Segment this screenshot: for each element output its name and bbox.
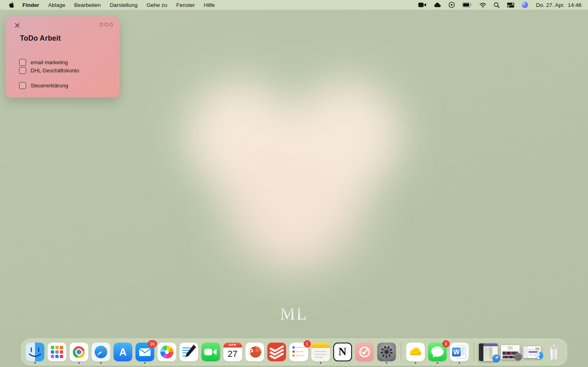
dock-divider	[401, 343, 401, 361]
wallpaper-logo: ML	[280, 304, 308, 324]
todo-widget: ToDo Arbeit email marketingDHL Geschäfts…	[6, 16, 120, 98]
dock-item-cloudapp[interactable]	[406, 339, 425, 365]
running-indicator	[34, 362, 36, 364]
menu-hilfe[interactable]: Hilfe	[199, 2, 219, 8]
menu-bar-clock[interactable]: Do. 27. Apr. 14:46	[532, 2, 583, 8]
dock-divider	[474, 343, 474, 361]
now-playing-icon[interactable]	[445, 0, 459, 10]
running-indicator	[320, 362, 321, 364]
menu-darstellung[interactable]: Darstellung	[105, 2, 142, 8]
dock-item-calendar[interactable]: APR27	[223, 339, 242, 365]
finder-window-badge-icon	[536, 352, 543, 359]
settings-icon	[377, 343, 396, 361]
dock-item-notes[interactable]	[311, 339, 330, 365]
dock-item-powerpoint[interactable]: P	[245, 339, 264, 365]
dock-item-mail[interactable]: 16	[136, 339, 154, 365]
notification-badge: 3	[442, 340, 450, 347]
appstore-icon: A	[114, 343, 132, 361]
running-indicator	[459, 362, 460, 364]
facetime-icon	[201, 343, 220, 361]
notion-icon: N	[333, 343, 352, 361]
dock-item-finder[interactable]	[26, 339, 44, 365]
photos-icon	[157, 343, 176, 361]
safari-window-badge-icon	[492, 354, 500, 362]
dock-item-notion[interactable]: N	[333, 339, 352, 365]
menu-bar-menus: AblageBearbeitenDarstellungGehe zuFenste…	[44, 2, 219, 8]
dock-item-safari[interactable]	[92, 339, 110, 365]
widget-item-list: email marketingDHL GeschäftskontoSteuere…	[19, 58, 111, 89]
apple-menu-icon[interactable]	[5, 2, 18, 8]
launchpad-icon	[48, 343, 66, 361]
dock-item-settings[interactable]	[377, 339, 396, 365]
chrome-icon	[70, 343, 88, 361]
running-indicator	[100, 362, 102, 364]
widget-title: ToDo Arbeit	[20, 34, 61, 43]
menu-gehe-zu[interactable]: Gehe zu	[142, 2, 172, 8]
dock-item-habit[interactable]	[355, 339, 374, 365]
win-finder-icon	[523, 343, 542, 361]
notification-badge: 1	[304, 340, 311, 347]
dock-item-trash[interactable]	[545, 339, 563, 365]
settings-window-badge-icon	[514, 353, 522, 360]
dock-item-messages[interactable]: 3	[428, 339, 447, 365]
menu-bearbeiten[interactable]: Bearbeiten	[70, 2, 105, 8]
running-indicator	[78, 362, 80, 364]
finder-icon	[26, 343, 44, 361]
win-settings-icon	[501, 343, 520, 361]
dock-item-reminders[interactable]: 1	[289, 339, 308, 365]
running-indicator	[144, 362, 146, 364]
dock-item-launchpad[interactable]	[48, 339, 66, 365]
todo-checkbox[interactable]	[19, 59, 26, 66]
widget-options-icon[interactable]	[100, 23, 113, 26]
word-icon: W	[450, 343, 469, 361]
battery-icon[interactable]	[459, 0, 476, 10]
control-center-icon[interactable]	[503, 0, 518, 10]
svg-text:W: W	[453, 349, 459, 356]
dock-item-todoist[interactable]	[267, 339, 286, 365]
dock-item-win-safari[interactable]	[479, 339, 498, 365]
dock-item-word[interactable]: W	[450, 339, 469, 365]
wallpaper-heart-glow	[226, 171, 364, 268]
menu-ablage[interactable]: Ablage	[44, 2, 70, 8]
running-indicator	[386, 362, 387, 364]
dock: A16APR27P1N3W	[21, 339, 567, 365]
svg-text:A: A	[119, 346, 126, 358]
siri-icon[interactable]	[518, 0, 532, 10]
wifi-icon[interactable]	[476, 0, 490, 10]
menu-bar-status: Do. 27. Apr. 14:46	[415, 0, 588, 10]
dock-item-photos[interactable]	[157, 339, 176, 365]
win-safari-icon	[479, 343, 498, 361]
calendar-icon: APR27	[223, 343, 242, 361]
powerpoint-icon: P	[245, 343, 264, 361]
menu-fenster[interactable]: Fenster	[172, 2, 199, 8]
todo-checkbox[interactable]	[19, 82, 26, 89]
habit-icon	[355, 343, 374, 361]
close-icon[interactable]	[13, 22, 21, 29]
video-camera-icon[interactable]	[415, 0, 430, 10]
menu-app-name[interactable]: Finder	[18, 2, 44, 8]
menu-bar-left: Finder AblageBearbeitenDarstellungGehe z…	[0, 2, 219, 8]
dock-item-appstore[interactable]: A	[114, 339, 132, 365]
pen-icon	[179, 343, 198, 361]
running-indicator	[415, 362, 416, 364]
trash-icon	[545, 343, 563, 361]
running-indicator	[437, 362, 438, 364]
menu-bar: Finder AblageBearbeitenDarstellungGehe z…	[0, 0, 588, 10]
todo-label: Steuererklärung	[31, 83, 68, 89]
todo-item: email marketing	[19, 58, 111, 66]
dock-item-pen[interactable]	[179, 339, 198, 365]
search-icon[interactable]	[490, 0, 503, 10]
todo-checkbox[interactable]	[19, 67, 26, 74]
notification-badge: 16	[148, 340, 157, 347]
todo-label: DHL Geschäftskonto	[31, 67, 79, 74]
cloud-icon[interactable]	[430, 0, 445, 10]
cloudapp-icon	[406, 343, 425, 361]
dock-item-win-finder[interactable]	[523, 339, 542, 365]
dock-item-facetime[interactable]	[201, 339, 220, 365]
dock-item-win-settings[interactable]	[501, 339, 520, 365]
todo-item: Steuererklärung	[19, 81, 111, 89]
todo-label: email marketing	[31, 59, 68, 65]
notes-icon	[311, 343, 330, 361]
todoist-icon	[267, 343, 286, 361]
dock-item-chrome[interactable]	[70, 339, 88, 365]
